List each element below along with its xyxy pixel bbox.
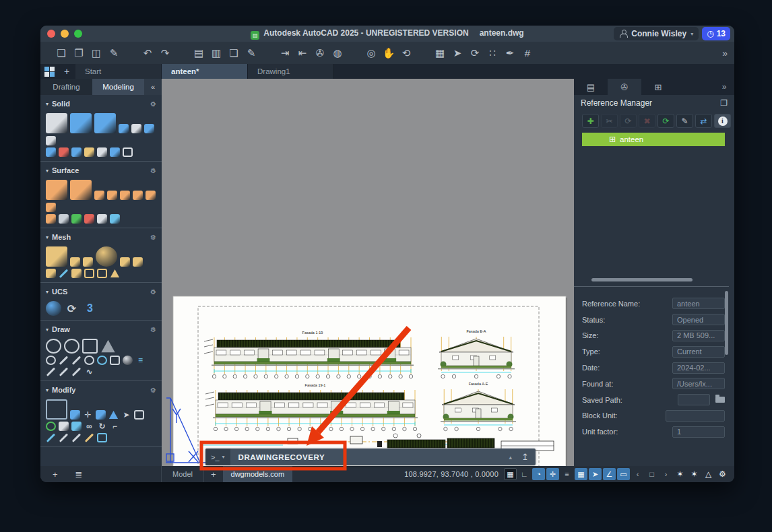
redo-icon[interactable]: ↷	[156, 45, 174, 61]
property-value[interactable]: /Users/lx...	[672, 378, 725, 389]
smooth-more-icon[interactable]	[120, 257, 130, 267]
annotation-autoscale-icon[interactable]: ✶	[688, 468, 701, 480]
mesh-close-hole-icon[interactable]	[84, 269, 94, 278]
share-icon[interactable]: ↥	[521, 452, 529, 462]
mesh-merge-icon[interactable]	[71, 269, 82, 278]
import-icon[interactable]: ⇥	[276, 45, 294, 61]
array-icon[interactable]: ∞	[84, 422, 94, 431]
polyline-icon[interactable]	[59, 356, 69, 365]
extrude-icon[interactable]	[70, 113, 92, 133]
network-surface-icon[interactable]	[46, 180, 67, 200]
donut-icon[interactable]	[123, 356, 133, 365]
reference-list-item-anteen[interactable]: ⊞ anteen	[582, 133, 725, 146]
ucs-world-icon[interactable]	[46, 301, 61, 316]
cv-remove-icon[interactable]	[84, 214, 94, 224]
attach-reference-button[interactable]: ✚	[582, 114, 599, 128]
mirror-3d-icon[interactable]	[96, 410, 106, 420]
compare-settings-button[interactable]: ⇄	[695, 114, 712, 128]
new-drawing-tab-button[interactable]: +	[58, 64, 75, 79]
extend-icon[interactable]	[59, 433, 69, 442]
document-tab-start[interactable]: Start	[75, 64, 162, 79]
user-account-menu[interactable]: Connie Wisley ▾	[614, 27, 699, 40]
trial-timer-badge[interactable]: ◷ 13	[702, 27, 730, 40]
layout-list-button[interactable]: ≣	[75, 469, 83, 479]
property-value[interactable]	[666, 410, 725, 422]
3d-rotate-icon[interactable]	[46, 422, 56, 431]
surface-tools-icon[interactable]	[59, 214, 69, 224]
gear-icon[interactable]: ⚙	[150, 100, 156, 108]
command-input[interactable]: DRAWINGRECOVERY	[238, 453, 325, 461]
panel-scrollbar[interactable]	[725, 291, 728, 355]
cv-add-icon[interactable]	[71, 214, 82, 224]
multiline-icon[interactable]: ≡	[135, 356, 146, 365]
batch-plot-icon[interactable]: ▥	[207, 45, 225, 61]
add-layout-button[interactable]: +	[53, 469, 58, 479]
intersect-icon[interactable]	[71, 147, 82, 157]
3d-array-icon[interactable]	[71, 422, 82, 431]
taper-face-icon[interactable]	[46, 136, 56, 145]
command-line-bar[interactable]: >_ ▾ DRAWINGRECOVERY ▴ ↥	[205, 448, 536, 465]
dynamic-input-icon[interactable]: ≡	[560, 468, 573, 480]
rotate-icon[interactable]: ↻	[97, 422, 107, 431]
slice-icon[interactable]	[131, 124, 141, 133]
arc-3pt-icon[interactable]	[46, 356, 56, 365]
annotation-scale-icon[interactable]: △	[702, 468, 715, 480]
angle-constraint-icon[interactable]: ∠	[603, 468, 616, 480]
hatch-display-icon[interactable]: ▦	[575, 468, 587, 480]
close-window-button[interactable]	[47, 30, 55, 38]
interfere-icon[interactable]	[110, 147, 120, 157]
spline-fit-icon[interactable]	[59, 367, 69, 376]
new-layout-button[interactable]: +	[204, 466, 223, 482]
stretch-icon[interactable]	[84, 433, 94, 442]
tool-palettes-icon[interactable]: ∷	[484, 45, 501, 61]
thicken-icon[interactable]	[97, 147, 107, 157]
smooth-crease-icon[interactable]	[83, 257, 93, 267]
tab-model[interactable]: Model	[162, 466, 204, 482]
loft-surface-icon[interactable]	[70, 180, 92, 200]
browse-folder-icon[interactable]	[715, 397, 725, 403]
3d-scale-icon[interactable]	[108, 410, 119, 420]
save-as-icon[interactable]: ✎	[105, 45, 123, 61]
union-icon[interactable]	[46, 147, 56, 157]
panel-splitter-handle[interactable]	[591, 278, 693, 281]
tab-layout-dwgmodels[interactable]: dwgmodels.com	[223, 466, 292, 482]
customization-gear-icon[interactable]: ⚙	[716, 468, 729, 480]
tab-drafting[interactable]: Drafting	[40, 79, 92, 95]
open-file-icon[interactable]: ❐	[70, 45, 88, 61]
gear-icon[interactable]: ⚙	[150, 288, 156, 296]
command-history-collapse-icon[interactable]: ▴	[509, 454, 513, 461]
spline-cv-icon[interactable]	[71, 367, 82, 376]
section-plane-icon[interactable]	[123, 147, 133, 157]
panel-overflow-button[interactable]: »	[714, 79, 734, 95]
refresh-button[interactable]: ⟳	[657, 114, 674, 128]
ucs-3point-icon[interactable]: 3	[82, 301, 98, 316]
align-icon[interactable]	[59, 422, 69, 431]
page-setup-icon[interactable]: ✎	[243, 45, 260, 61]
plot-preview-icon[interactable]: ❏	[225, 45, 243, 61]
solid-history-icon[interactable]	[84, 147, 94, 157]
presspull-icon[interactable]	[119, 124, 129, 133]
fillet-icon[interactable]: ⌐	[110, 422, 120, 431]
offset-surface-icon[interactable]	[120, 191, 130, 200]
drawing-canvas[interactable]: Fasada 1-19Fasada E-AFasada 19-1Fasada A…	[162, 79, 574, 466]
ortho-mode-icon[interactable]: ∟	[518, 468, 531, 480]
property-value[interactable]: anteen	[672, 298, 725, 309]
next-group-icon[interactable]: ›	[660, 468, 672, 480]
selection-cycling-icon[interactable]: ➤	[589, 468, 602, 480]
save-to-web-icon[interactable]: ◍	[329, 45, 346, 61]
line-icon[interactable]	[71, 356, 82, 365]
revision-cloud-icon[interactable]	[110, 356, 120, 365]
minimize-window-button[interactable]	[61, 30, 69, 38]
convert-nurbs-icon[interactable]	[97, 214, 107, 224]
reference-manager-tab[interactable]: ✇	[608, 79, 641, 95]
details-panel-tab[interactable]: ▤	[574, 79, 608, 95]
scale-icon[interactable]	[97, 433, 107, 442]
section-header-surface[interactable]: ▾Surface⚙	[40, 165, 162, 176]
pan-icon[interactable]: ✋	[380, 45, 397, 61]
crop-icon[interactable]	[134, 410, 144, 420]
analysis-icon[interactable]	[110, 214, 120, 224]
zoom-window-button[interactable]	[74, 30, 82, 38]
mesh-spin-edge-icon[interactable]	[110, 269, 120, 278]
gear-icon[interactable]: ⚙	[150, 387, 156, 394]
property-value[interactable]: Opened	[672, 314, 725, 325]
